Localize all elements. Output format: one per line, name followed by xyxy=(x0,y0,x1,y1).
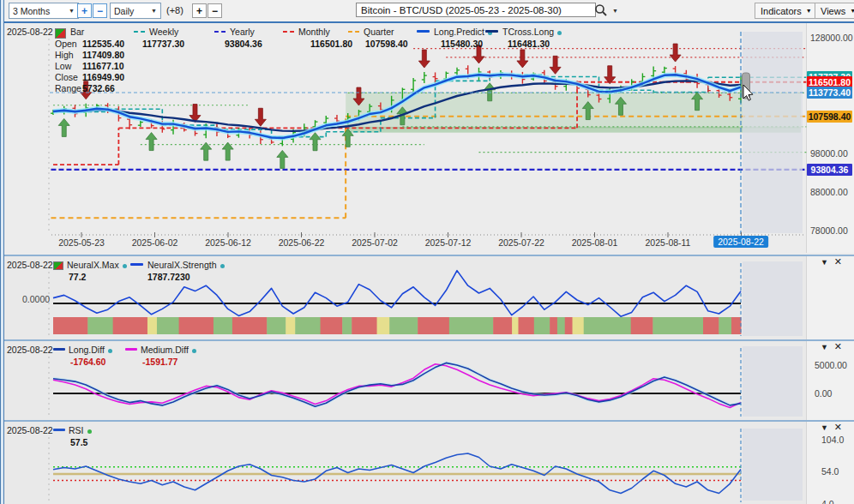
bars-offset-label: (+8) xyxy=(166,5,183,15)
tcross-long-value: 116481.30 xyxy=(508,39,550,49)
ohlc-high-value: 117409.80 xyxy=(82,50,124,60)
rsi-swatch-icon xyxy=(53,429,65,431)
y-axis-tick: 5000.00 xyxy=(815,360,847,370)
diff-panel: 2025-08-22 Long.Diff -1764.60 Medium.Dif… xyxy=(0,339,854,420)
range-zoom-out-button[interactable]: − xyxy=(93,3,107,18)
ohlc-low-value: 111677.10 xyxy=(82,61,123,71)
neuralx-max-swatch-icon xyxy=(53,261,63,270)
chevron-down-icon: ▼ xyxy=(850,8,854,14)
interval-select-value: Daily xyxy=(114,6,134,16)
legend-long-predict[interactable]: Long.Predict xyxy=(434,27,492,37)
ohlc-range-value: 5732.66 xyxy=(82,83,115,93)
cursor-date-label: 2025-08-22 xyxy=(7,345,53,355)
panel-collapse-icon[interactable]: ▼ xyxy=(821,343,828,351)
interval-select[interactable]: Daily ▼ xyxy=(110,3,161,19)
ohlc-range-label: Range xyxy=(55,83,81,93)
panel-collapse-icon[interactable]: ▼ xyxy=(821,423,828,432)
offset-minus-button[interactable]: − xyxy=(207,3,222,18)
tcross-long-swatch-icon xyxy=(485,30,498,33)
rsi-value: 57.5 xyxy=(70,437,87,447)
search-options-chevron-icon[interactable]: ▼ xyxy=(612,8,618,14)
bar-series-swatch-icon xyxy=(55,28,66,39)
x-axis-tick: 2025-06-22 xyxy=(279,237,325,248)
views-button-label: Views xyxy=(821,6,845,16)
cursor-date-label: 2025-08-22 xyxy=(7,260,53,270)
range-select[interactable]: 3 Months ▼ xyxy=(9,3,79,19)
window-edge-splitter[interactable] xyxy=(0,0,4,504)
offset-plus-button[interactable]: + xyxy=(192,3,207,18)
x-axis-tick: 2025-08-01 xyxy=(572,237,618,248)
chevron-down-icon: ▼ xyxy=(806,8,812,14)
x-axis-tick: 2025-07-02 xyxy=(352,237,398,248)
info-dot-icon xyxy=(192,349,196,353)
legend-tcross-long[interactable]: TCross.Long xyxy=(502,27,562,37)
legend-bar[interactable]: Bar xyxy=(70,27,84,37)
info-dot-icon xyxy=(220,264,225,268)
monthly-line-swatch-icon xyxy=(283,31,294,33)
weekly-value: 117737.30 xyxy=(142,39,184,49)
yearly-line-swatch-icon xyxy=(214,31,226,33)
panel-collapse-icon[interactable]: ▼ xyxy=(821,258,828,267)
legend-weekly[interactable]: Weekly xyxy=(149,27,178,37)
chevron-down-icon: ▼ xyxy=(146,8,157,14)
legend-neuralx-strength[interactable]: NeuralX.Strength xyxy=(147,260,225,270)
legend-long-diff[interactable]: Long.Diff xyxy=(69,345,112,355)
legend-yearly[interactable]: Yearly xyxy=(230,27,255,37)
chevron-down-icon: ▼ xyxy=(63,8,75,14)
panel-close-icon[interactable]: ✕ xyxy=(834,342,842,351)
search-icon[interactable] xyxy=(594,3,608,17)
price-marker: 107598.40 xyxy=(807,111,852,123)
diff-chart-canvas[interactable] xyxy=(0,341,854,420)
y-axis-tick: 78000.00 xyxy=(810,225,848,236)
weekly-line-swatch-icon xyxy=(134,31,145,33)
rsi-chart-canvas[interactable] xyxy=(0,422,854,504)
legend-quarter[interactable]: Quarter xyxy=(364,27,394,37)
legend-medium-diff[interactable]: Medium.Diff xyxy=(141,345,196,355)
panel-close-icon[interactable]: ✕ xyxy=(834,257,842,266)
y-axis-tick: 128000.00 xyxy=(810,33,853,43)
toolbar: 3 Months ▼ + − Daily ▼ (+8) + − ▼ Indica… xyxy=(0,0,854,23)
x-axis-tick: 2025-07-22 xyxy=(498,237,544,248)
y-axis-tick: 54.0 xyxy=(821,466,839,477)
price-panel: 2025-08-22 Bar Open 112535.40 High 11740… xyxy=(0,23,854,253)
ohlc-close-value: 116949.90 xyxy=(82,72,124,82)
rsi-panel: 2025-08-22 RSI 57.5 104.054.04.0 ▼ ✕ xyxy=(0,420,854,504)
quarter-value: 107598.40 xyxy=(365,39,408,49)
ohlc-open-value: 112535.40 xyxy=(82,39,124,49)
trading-app-window: 3 Months ▼ + − Daily ▼ (+8) + − ▼ Indica… xyxy=(0,0,854,504)
legend-monthly[interactable]: Monthly xyxy=(298,27,330,37)
info-dot-icon xyxy=(557,31,562,35)
ohlc-open-label: Open xyxy=(55,39,77,49)
ohlc-high-label: High xyxy=(55,50,74,60)
views-button[interactable]: Views ▼ xyxy=(815,3,854,19)
crosshair-date-label: 2025-08-22 xyxy=(713,236,768,248)
info-dot-icon xyxy=(87,429,92,434)
ohlc-close-label: Close xyxy=(55,72,78,82)
info-dot-icon xyxy=(108,349,112,353)
long-predict-value: 115480.30 xyxy=(441,39,483,49)
quarter-line-swatch-icon xyxy=(348,31,359,33)
long-predict-swatch-icon xyxy=(417,30,430,33)
range-zoom-in-button[interactable]: + xyxy=(77,3,92,18)
price-marker: 113773.40 xyxy=(807,87,852,99)
indicators-button[interactable]: Indicators ▼ xyxy=(755,3,818,19)
range-select-value: 3 Months xyxy=(13,6,50,16)
neuralx-panel: 2025-08-22 NeuralX.Max 77.2 NeuralX.Stre… xyxy=(0,255,854,339)
y-axis-tick: 0.00 xyxy=(815,388,832,399)
zero-axis-label: 0.0000 xyxy=(22,294,50,304)
panel-close-icon[interactable]: ✕ xyxy=(834,423,842,431)
info-dot-icon xyxy=(123,264,127,268)
cursor-date-label: 2025-08-22 xyxy=(7,425,53,435)
x-axis-tick: 2025-06-02 xyxy=(132,237,178,248)
neuralx-strength-swatch-icon xyxy=(130,263,143,266)
neuralx-chart-canvas[interactable] xyxy=(0,256,854,339)
medium-diff-swatch-icon xyxy=(125,348,137,351)
long-diff-swatch-icon xyxy=(53,348,65,351)
symbol-search-input[interactable] xyxy=(356,3,596,17)
indicators-button-label: Indicators xyxy=(761,6,802,16)
price-chart-canvas[interactable] xyxy=(0,23,854,253)
neuralx-strength-value: 1787.7230 xyxy=(147,272,190,282)
legend-neuralx-max[interactable]: NeuralX.Max xyxy=(67,260,127,270)
legend-rsi[interactable]: RSI xyxy=(69,425,92,435)
ohlc-low-label: Low xyxy=(55,61,71,71)
